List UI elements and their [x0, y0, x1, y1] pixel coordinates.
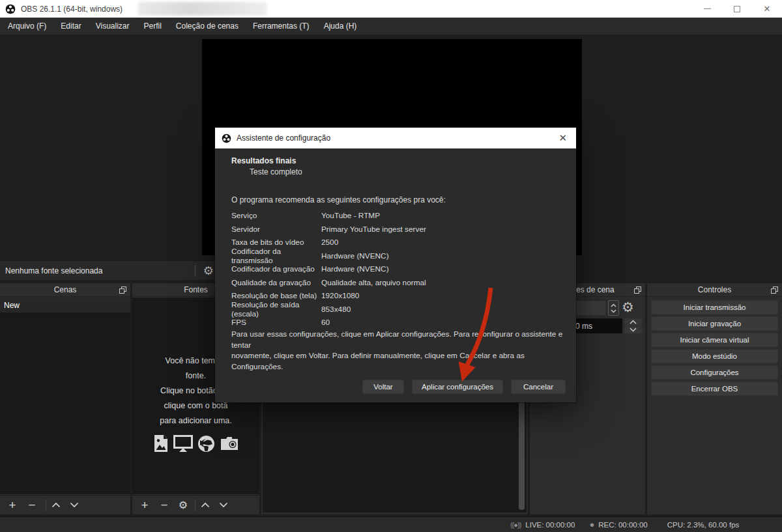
setting-value: 60 — [321, 318, 330, 327]
remove-scene-button[interactable]: − — [25, 499, 39, 511]
transitions-dock-title-truncated: es de cena — [576, 285, 615, 294]
popout-icon[interactable] — [771, 287, 778, 294]
setting-value: Hardware (NVENC) — [321, 264, 389, 273]
scene-item-new[interactable]: New — [0, 298, 130, 313]
spinner-down-icon[interactable] — [611, 309, 616, 313]
scenes-list[interactable]: New — [0, 298, 130, 494]
dialog-title: Assistente de configuração — [237, 133, 330, 143]
menu-ferramentas[interactable]: Ferramentas (T) — [246, 18, 317, 35]
studio-mode-button[interactable]: Modo estúdio — [651, 349, 778, 363]
start-recording-button[interactable]: Iniciar gravação — [651, 316, 778, 331]
toolbar-separator — [195, 499, 195, 511]
scenes-dock-title: Cenas — [54, 285, 77, 294]
minimize-button[interactable] — [692, 0, 722, 18]
move-scene-down-icon[interactable] — [70, 502, 79, 508]
source-toolbar: Nenhuma fonte selecionada ⚙ Pr — [0, 260, 225, 281]
no-source-selected-label: Nenhuma fonte selecionada — [5, 266, 102, 275]
window-title: OBS 26.1.1 (64-bit, windows) — [21, 5, 123, 14]
menu-colecao-de-cenas[interactable]: Coleção de cenas — [169, 18, 246, 35]
settings-button[interactable]: Configurações — [651, 365, 778, 380]
controls-dock-title: Controles — [698, 285, 731, 294]
empty-line-5: para adicionar uma. — [132, 413, 259, 428]
add-source-button[interactable]: + — [138, 499, 152, 511]
spinner-down-icon — [630, 328, 637, 332]
display-capture-icon — [173, 435, 193, 453]
footer-line-2: novamente, clique em Voltar. Para defini… — [231, 350, 576, 372]
setting-value: Primary YouTube ingest server — [321, 225, 426, 234]
dialog-titlebar: Assistente de configuração ✕ — [215, 128, 576, 148]
setting-value: Hardware (NVENC) — [321, 251, 389, 260]
start-virtual-camera-button[interactable]: Iniciar câmera virtual — [651, 333, 778, 347]
toolbar-separator — [195, 265, 195, 276]
cancel-button[interactable]: Cancelar — [511, 380, 566, 394]
close-button[interactable]: ✕ — [752, 0, 782, 18]
live-broadcast-icon: ((●)) — [510, 521, 521, 529]
menu-ajuda[interactable]: Ajuda (H) — [317, 18, 364, 35]
maximize-button[interactable] — [722, 0, 752, 18]
setting-value: YouTube - RTMP — [321, 211, 380, 220]
popout-icon[interactable] — [119, 287, 126, 294]
table-row: Servidor Primary YouTube ingest server — [231, 223, 426, 236]
statusbar: ((●)) LIVE: 00:00:00 ● REC: 00:00:00 CPU… — [0, 516, 782, 532]
scenes-dock-header[interactable]: Cenas — [0, 283, 130, 297]
dialog-close-icon[interactable]: ✕ — [558, 132, 567, 144]
sources-dock-title: Fontes — [184, 285, 208, 294]
duration-increase-button[interactable] — [624, 318, 642, 326]
rec-timer: REC: 00:00:00 — [598, 521, 647, 529]
sources-toolbar: + − ⚙ — [132, 495, 259, 514]
popout-icon[interactable] — [634, 287, 641, 294]
live-timer: LIVE: 00:00:00 — [525, 521, 575, 529]
menu-editar[interactable]: Editar — [53, 18, 88, 35]
setting-value: 853x480 — [321, 305, 351, 314]
spinner-up-icon[interactable] — [611, 303, 616, 307]
auto-config-wizard-dialog: Assistente de configuração ✕ Resultados … — [215, 128, 576, 402]
apply-settings-button[interactable]: Aplicar configurações — [412, 380, 503, 394]
duration-decrease-button[interactable] — [624, 326, 642, 333]
transition-combo-spinner[interactable] — [608, 300, 619, 316]
exit-obs-button[interactable]: Encerrar OBS — [651, 382, 778, 396]
source-properties-button-gear-icon[interactable]: ⚙ — [177, 499, 190, 511]
setting-label: Servidor — [231, 225, 321, 234]
camera-source-icon — [220, 436, 239, 451]
move-source-up-icon[interactable] — [201, 502, 210, 508]
setting-label: FPS — [231, 318, 321, 327]
dialog-intro-text: O programa recomenda as seguintes config… — [231, 195, 446, 204]
start-streaming-button[interactable]: Iniciar transmissão — [651, 300, 778, 315]
obs-logo-icon — [222, 133, 231, 143]
table-row: Serviço YouTube - RTMP — [231, 209, 426, 223]
setting-label: Taxa de bits do vídeo — [231, 238, 321, 247]
setting-label: Resolução de saída (escala) — [231, 300, 321, 318]
setting-label: Codificador da gravação — [231, 264, 321, 273]
back-button[interactable]: Voltar — [362, 380, 404, 394]
dialog-footer-text: Para usar essas configurações, clique em… — [231, 329, 576, 372]
remove-source-button[interactable]: − — [157, 499, 171, 511]
dialog-heading: Resultados finais — [231, 156, 296, 165]
setting-value: 1920x1080 — [321, 291, 359, 300]
scenes-dock: Cenas New + − — [0, 283, 130, 514]
add-scene-button[interactable]: + — [5, 499, 20, 511]
move-scene-up-icon[interactable] — [51, 502, 61, 508]
table-row: Codificador da gravação Hardware (NVENC) — [231, 262, 426, 276]
controls-dock-header[interactable]: Controles — [647, 283, 782, 297]
setting-label: Serviço — [231, 211, 321, 220]
rec-dot-icon: ● — [589, 520, 594, 529]
setting-label: Qualidade da gravação — [231, 278, 321, 287]
scenes-toolbar: + − — [0, 495, 130, 514]
cpu-fps-stats: CPU: 2.3%, 60.00 fps — [667, 521, 740, 529]
table-row: FPS 60 — [231, 316, 426, 329]
move-source-down-icon[interactable] — [219, 502, 228, 508]
menubar: Arquivo (F) Editar Visualizar Perfil Col… — [0, 18, 782, 35]
recommended-settings-table: Serviço YouTube - RTMP Servidor Primary … — [231, 209, 426, 329]
table-row: Qualidade da gravação Qualidade alta, ar… — [231, 276, 426, 290]
menu-arquivo[interactable]: Arquivo (F) — [1, 18, 53, 35]
obs-main-window: { "titlebar": { "title": "OBS 26.1.1 (64… — [0, 0, 782, 532]
setting-label: Codificador da transmissão — [231, 247, 321, 265]
menu-perfil[interactable]: Perfil — [137, 18, 169, 35]
menu-visualizar[interactable]: Visualizar — [89, 18, 137, 35]
table-row: Codificador da transmissão Hardware (NVE… — [231, 249, 426, 263]
source-properties-gear-icon[interactable]: ⚙ — [203, 265, 214, 277]
transition-properties-gear-icon[interactable]: ⚙ — [622, 300, 634, 315]
spinner-up-icon — [630, 320, 637, 324]
dialog-subheading: Teste completo — [250, 167, 302, 176]
toolbar-separator — [46, 499, 46, 511]
